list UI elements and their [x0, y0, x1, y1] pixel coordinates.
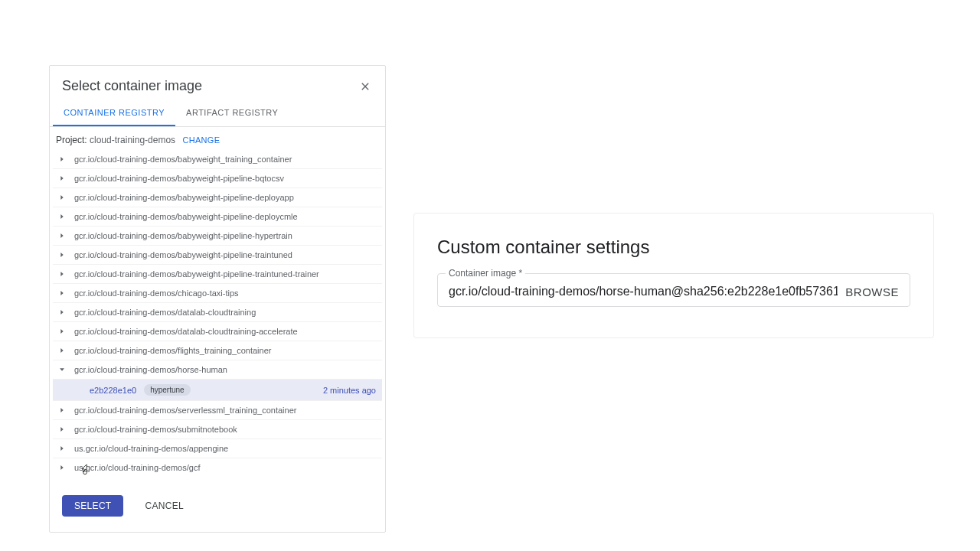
- chevron-right-icon[interactable]: [56, 268, 68, 280]
- repo-path: gcr.io/cloud-training-demos/datalab-clou…: [74, 327, 379, 336]
- project-row: Project: cloud-training-demos CHANGE: [50, 127, 385, 150]
- repo-row[interactable]: gcr.io/cloud-training-demos/serverlessml…: [53, 401, 382, 420]
- chevron-right-icon[interactable]: [56, 404, 68, 416]
- repo-path: gcr.io/cloud-training-demos/chicago-taxi…: [74, 289, 379, 298]
- repo-row[interactable]: gcr.io/cloud-training-demos/flights_trai…: [53, 341, 382, 360]
- repo-row[interactable]: gcr.io/cloud-training-demos/babyweight-p…: [53, 265, 382, 284]
- repo-row[interactable]: gcr.io/cloud-training-demos/datalab-clou…: [53, 322, 382, 341]
- repo-row[interactable]: gcr.io/cloud-training-demos/horse-human: [53, 360, 382, 380]
- repo-path: gcr.io/cloud-training-demos/babyweight-p…: [74, 250, 379, 259]
- repo-row[interactable]: gcr.io/cloud-training-demos/chicago-taxi…: [53, 284, 382, 303]
- repo-path: gcr.io/cloud-training-demos/datalab-clou…: [74, 308, 379, 317]
- tab-artifact-registry[interactable]: ARTIFACT REGISTRY: [175, 100, 289, 126]
- panel-title: Custom container settings: [437, 236, 910, 258]
- cancel-button[interactable]: CANCEL: [132, 495, 195, 517]
- repo-row[interactable]: gcr.io/cloud-training-demos/submitnotebo…: [53, 420, 382, 439]
- custom-container-panel: Custom container settings Container imag…: [413, 213, 934, 338]
- image-tag: hypertune: [144, 384, 190, 396]
- container-image-field: Container image * gcr.io/cloud-training-…: [437, 273, 910, 307]
- chevron-right-icon[interactable]: [56, 172, 68, 184]
- repo-row[interactable]: gcr.io/cloud-training-demos/babyweight-p…: [53, 207, 382, 227]
- project-label: Project:: [56, 135, 87, 145]
- repo-path: gcr.io/cloud-training-demos/babyweight-p…: [74, 193, 379, 202]
- chevron-down-icon[interactable]: [56, 364, 68, 376]
- change-project-link[interactable]: CHANGE: [182, 135, 220, 145]
- container-image-input[interactable]: gcr.io/cloud-training-demos/horse-human@…: [449, 285, 838, 298]
- registry-tabs: CONTAINER REGISTRY ARTIFACT REGISTRY: [50, 100, 385, 127]
- tab-container-registry[interactable]: CONTAINER REGISTRY: [53, 100, 175, 126]
- image-hash: e2b228e1e0: [90, 386, 136, 395]
- close-icon[interactable]: [358, 79, 373, 94]
- field-label: Container image *: [446, 268, 525, 279]
- select-button[interactable]: SELECT: [62, 495, 123, 517]
- repo-row[interactable]: gcr.io/cloud-training-demos/babyweight-p…: [53, 188, 382, 207]
- dialog-header: Select container image: [50, 66, 385, 100]
- repo-row[interactable]: gcr.io/cloud-training-demos/babyweight-p…: [53, 227, 382, 246]
- repo-path: gcr.io/cloud-training-demos/serverlessml…: [74, 406, 379, 415]
- repo-path: us.gcr.io/cloud-training-demos/appengine: [74, 444, 379, 453]
- project-name: cloud-training-demos: [90, 135, 175, 145]
- dialog-title: Select container image: [62, 78, 202, 94]
- repo-path: us.gcr.io/cloud-training-demos/gcf: [74, 463, 379, 472]
- repo-row[interactable]: gcr.io/cloud-training-demos/babyweight-p…: [53, 169, 382, 188]
- repo-path: gcr.io/cloud-training-demos/babyweight-p…: [74, 174, 379, 183]
- repo-row[interactable]: us.gcr.io/cloud-training-demos/appengine: [53, 439, 382, 458]
- chevron-right-icon[interactable]: [56, 230, 68, 242]
- chevron-right-icon[interactable]: [56, 442, 68, 455]
- chevron-right-icon[interactable]: [56, 461, 68, 474]
- repo-path: gcr.io/cloud-training-demos/babyweight-p…: [74, 269, 379, 279]
- chevron-right-icon[interactable]: [56, 153, 68, 165]
- chevron-right-icon[interactable]: [56, 325, 68, 337]
- chevron-right-icon[interactable]: [56, 287, 68, 299]
- browse-button[interactable]: BROWSE: [845, 285, 899, 298]
- select-container-dialog: Select container image CONTAINER REGISTR…: [49, 65, 386, 533]
- dialog-actions: SELECT CANCEL: [50, 483, 385, 532]
- repo-row[interactable]: gcr.io/cloud-training-demos/datalab-clou…: [53, 303, 382, 322]
- repo-row[interactable]: gcr.io/cloud-training-demos/babyweight-p…: [53, 246, 382, 265]
- repo-row[interactable]: us.gcr.io/cloud-training-demos/gcf: [53, 458, 382, 477]
- chevron-right-icon[interactable]: [56, 306, 68, 318]
- repo-path: gcr.io/cloud-training-demos/babyweight-p…: [74, 231, 379, 240]
- image-version-row[interactable]: e2b228e1e0hypertune2 minutes ago: [53, 380, 382, 401]
- repo-path: gcr.io/cloud-training-demos/babyweight_t…: [74, 155, 379, 164]
- repo-row[interactable]: gcr.io/cloud-training-demos/babyweight_t…: [53, 150, 382, 169]
- repo-path: gcr.io/cloud-training-demos/submitnotebo…: [74, 425, 379, 434]
- chevron-right-icon[interactable]: [56, 423, 68, 435]
- chevron-right-icon[interactable]: [56, 191, 68, 204]
- repo-path: gcr.io/cloud-training-demos/horse-human: [74, 365, 379, 374]
- chevron-right-icon[interactable]: [56, 249, 68, 261]
- repo-tree: gcr.io/cloud-training-demos/babyweight_t…: [50, 150, 385, 483]
- image-time: 2 minutes ago: [323, 386, 376, 395]
- chevron-right-icon[interactable]: [56, 210, 68, 223]
- chevron-right-icon[interactable]: [56, 344, 68, 357]
- repo-path: gcr.io/cloud-training-demos/babyweight-p…: [74, 212, 379, 221]
- repo-path: gcr.io/cloud-training-demos/flights_trai…: [74, 346, 379, 355]
